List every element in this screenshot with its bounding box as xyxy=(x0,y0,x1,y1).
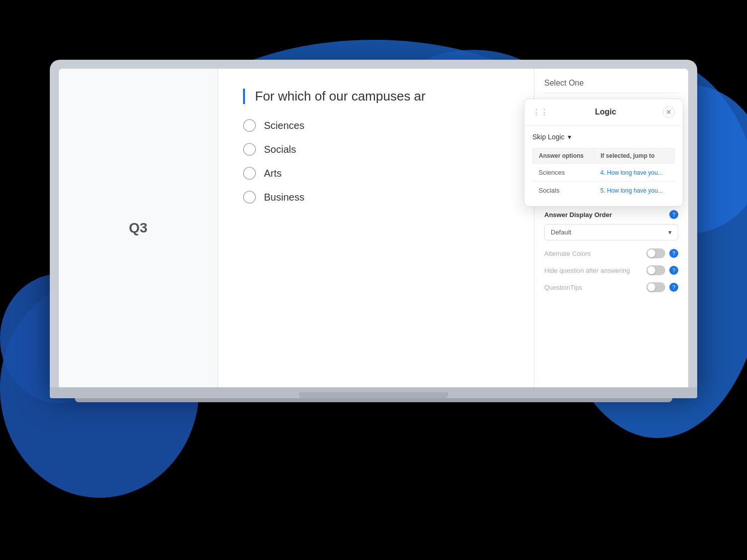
table-row: Socials 5. How long have you... xyxy=(533,182,675,200)
alternate-colors-help-icon[interactable]: ? xyxy=(669,249,678,258)
list-item[interactable]: Business xyxy=(243,191,509,204)
question-tips-row: QuestionTips ? xyxy=(544,282,678,292)
answer-socials-label: Socials xyxy=(264,144,296,155)
logic-answer-socials: Socials xyxy=(533,182,595,200)
question-tips-controls: ? xyxy=(646,282,678,292)
question-number-label: Q3 xyxy=(129,220,147,236)
question-tips-toggle[interactable] xyxy=(646,282,665,292)
list-item[interactable]: Sciences xyxy=(243,119,509,132)
display-order-header: Answer Display Order ? xyxy=(544,210,678,219)
logic-jump-socials: 5. How long have you... xyxy=(594,182,674,200)
radio-arts[interactable] xyxy=(243,167,256,180)
jump-to-socials-text: 5. How long have you... xyxy=(600,187,662,194)
alternate-colors-toggle[interactable] xyxy=(646,248,665,258)
logic-popup-header: ⋮⋮ Logic ✕ xyxy=(524,99,683,125)
display-order-dropdown[interactable]: Default ▾ xyxy=(544,224,678,240)
question-text: For which of our campuses ar xyxy=(255,89,509,104)
question-block: For which of our campuses ar xyxy=(243,89,509,104)
table-header-answer-options: Answer options xyxy=(533,148,595,164)
answer-display-order-help-icon[interactable]: ? xyxy=(669,210,678,219)
laptop-container: Q3 For which of our campuses ar Sciences xyxy=(50,60,697,402)
select-one-header: Select One xyxy=(544,79,678,93)
answer-sciences-label: Sciences xyxy=(264,120,304,131)
logic-table: Answer options If selected, jump to Scie… xyxy=(532,148,675,199)
logic-popup-body: Skip Logic ▾ Answer options If selected,… xyxy=(524,125,683,206)
skip-logic-label: Skip Logic xyxy=(532,133,565,141)
drag-handle-icon[interactable]: ⋮⋮ xyxy=(532,108,548,117)
radio-business[interactable] xyxy=(243,191,256,204)
hide-after-answering-controls: ? xyxy=(646,265,678,275)
jump-to-sciences-text: 4. How long have you... xyxy=(600,169,662,176)
hide-after-answering-help-icon[interactable]: ? xyxy=(669,266,678,275)
hide-after-answering-toggle[interactable] xyxy=(646,265,665,275)
hide-after-answering-label: Hide question after answering xyxy=(544,267,630,274)
survey-main: For which of our campuses ar Sciences So… xyxy=(218,69,534,387)
table-row: Sciences 4. How long have you... xyxy=(533,164,675,182)
logic-popup-title: Logic xyxy=(595,108,617,116)
radio-socials[interactable] xyxy=(243,143,256,156)
list-item[interactable]: Socials xyxy=(243,143,509,156)
laptop-base xyxy=(50,387,697,398)
alternate-colors-row: Alternate Colors ? xyxy=(544,248,678,258)
alternate-colors-label: Alternate Colors xyxy=(544,250,591,257)
laptop-screen-outer: Q3 For which of our campuses ar Sciences xyxy=(50,60,697,387)
display-order-default-label: Default xyxy=(551,228,571,236)
laptop-screen-inner: Q3 For which of our campuses ar Sciences xyxy=(59,69,688,387)
select-one-label: Select One xyxy=(544,79,584,87)
list-item[interactable]: Arts xyxy=(243,167,509,180)
question-tips-label: QuestionTips xyxy=(544,284,582,291)
skip-logic-tab[interactable]: Skip Logic ▾ xyxy=(532,133,571,141)
logic-jump-sciences: 4. How long have you... xyxy=(594,164,674,182)
logic-answer-sciences: Sciences xyxy=(533,164,595,182)
answer-options-list: Sciences Socials Arts Business xyxy=(243,119,509,204)
logic-popup: ⋮⋮ Logic ✕ Skip Logic ▾ Answer options I… xyxy=(524,99,683,207)
answer-business-label: Business xyxy=(264,192,304,203)
question-tips-help-icon[interactable]: ? xyxy=(669,283,678,292)
alternate-colors-controls: ? xyxy=(646,248,678,258)
laptop-foot xyxy=(75,398,672,402)
chevron-down-icon: ▾ xyxy=(668,228,672,236)
logic-close-button[interactable]: ✕ xyxy=(663,106,675,118)
radio-sciences[interactable] xyxy=(243,119,256,132)
answer-arts-label: Arts xyxy=(264,168,282,179)
answer-display-order-section: Answer Display Order ? Default ▾ xyxy=(544,210,678,240)
survey-left-panel: Q3 xyxy=(59,69,218,387)
hide-after-answering-row: Hide question after answering ? xyxy=(544,265,678,275)
table-header-jump-to: If selected, jump to xyxy=(594,148,674,164)
skip-logic-chevron-icon: ▾ xyxy=(568,133,571,141)
answer-display-order-label: Answer Display Order xyxy=(544,211,612,219)
